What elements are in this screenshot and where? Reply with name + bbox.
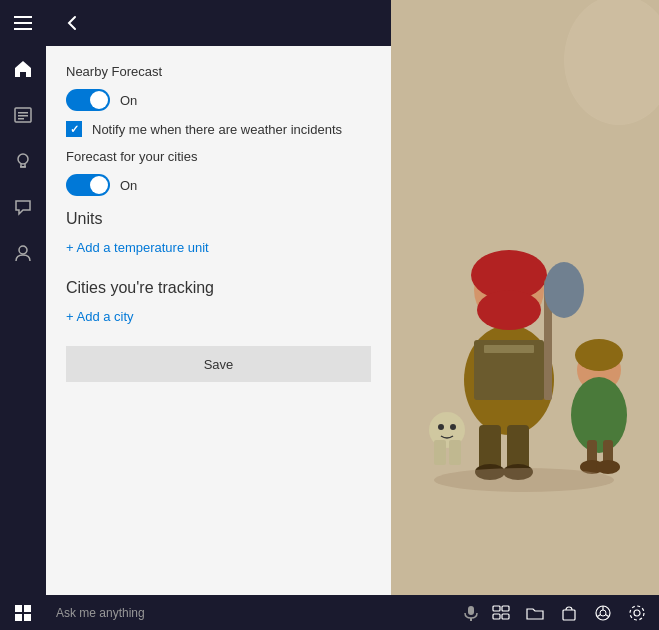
- svg-point-7: [544, 262, 584, 318]
- svg-point-53: [634, 610, 640, 616]
- svg-point-17: [438, 424, 444, 430]
- nearby-forecast-toggle-row: On: [66, 89, 371, 111]
- forecast-cities-toggle-row: On: [66, 174, 371, 196]
- menu-button[interactable]: [0, 0, 46, 46]
- nearby-forecast-toggle-thumb: [90, 91, 108, 109]
- svg-rect-37: [15, 605, 22, 612]
- svg-point-36: [19, 246, 27, 254]
- settings-button[interactable]: [621, 597, 653, 629]
- svg-point-26: [434, 468, 614, 492]
- svg-rect-31: [18, 112, 28, 114]
- svg-rect-10: [479, 425, 501, 470]
- svg-rect-44: [502, 606, 509, 611]
- panel-header: [46, 0, 391, 46]
- weather-incident-label: Notify me when there are weather inciden…: [92, 122, 342, 137]
- svg-point-18: [450, 424, 456, 430]
- svg-rect-47: [563, 610, 575, 620]
- store-button[interactable]: [553, 597, 585, 629]
- microphone-button[interactable]: [457, 599, 485, 627]
- forecast-cities-toggle-label: On: [120, 178, 137, 193]
- add-city-link[interactable]: + Add a city: [66, 309, 134, 324]
- character-illustration: [389, 0, 659, 560]
- cities-heading: Cities you're tracking: [66, 279, 371, 297]
- back-button[interactable]: [58, 8, 88, 38]
- nearby-forecast-toggle-label: On: [120, 93, 137, 108]
- svg-rect-16: [449, 440, 461, 465]
- svg-rect-35: [20, 166, 26, 168]
- svg-rect-45: [493, 614, 500, 619]
- svg-rect-27: [14, 16, 32, 18]
- svg-rect-42: [470, 618, 472, 621]
- weather-incident-checkbox[interactable]: ✓: [66, 121, 82, 137]
- taskbar-search-area[interactable]: Ask me anything: [46, 606, 457, 620]
- add-temperature-unit-link[interactable]: + Add a temperature unit: [66, 240, 209, 255]
- settings-panel: Nearby Forecast On ✓ Notify me when ther…: [46, 0, 391, 595]
- svg-point-21: [571, 377, 627, 453]
- svg-rect-41: [468, 606, 474, 615]
- svg-rect-28: [14, 22, 32, 24]
- weather-incident-checkbox-row: ✓ Notify me when there are weather incid…: [66, 121, 371, 137]
- sidebar-item-chat[interactable]: [0, 184, 46, 230]
- svg-point-20: [575, 339, 623, 371]
- svg-rect-33: [18, 118, 24, 120]
- forecast-cities-toggle-thumb: [90, 176, 108, 194]
- svg-point-54: [630, 606, 644, 620]
- checkbox-checkmark: ✓: [70, 123, 79, 136]
- svg-point-49: [600, 610, 606, 616]
- svg-rect-43: [493, 606, 500, 611]
- forecast-cities-title: Forecast for your cities: [66, 149, 371, 164]
- taskbar-right-icons: [485, 597, 659, 629]
- svg-point-34: [18, 154, 28, 164]
- sidebar-item-tips[interactable]: [0, 138, 46, 184]
- nearby-forecast-title: Nearby Forecast: [66, 64, 371, 79]
- svg-rect-40: [24, 614, 31, 621]
- units-heading: Units: [66, 210, 371, 228]
- sidebar-item-home[interactable]: [0, 46, 46, 92]
- svg-rect-9: [484, 345, 534, 353]
- chrome-button[interactable]: [587, 597, 619, 629]
- nearby-forecast-toggle[interactable]: [66, 89, 110, 111]
- save-button[interactable]: Save: [66, 346, 371, 382]
- svg-point-25: [596, 460, 620, 474]
- file-explorer-button[interactable]: [519, 597, 551, 629]
- start-button[interactable]: [0, 595, 46, 630]
- save-button-container: Save: [66, 338, 371, 390]
- svg-line-52: [606, 614, 609, 616]
- task-view-button[interactable]: [485, 597, 517, 629]
- sidebar: [0, 0, 46, 595]
- svg-line-51: [598, 614, 601, 616]
- svg-rect-11: [507, 425, 529, 470]
- svg-rect-29: [14, 28, 32, 30]
- svg-rect-39: [15, 614, 22, 621]
- sidebar-item-news[interactable]: [0, 92, 46, 138]
- svg-rect-38: [24, 605, 31, 612]
- svg-rect-46: [502, 614, 509, 619]
- taskbar: Ask me anything: [0, 595, 659, 630]
- taskbar-search-text: Ask me anything: [56, 606, 145, 620]
- panel-content[interactable]: Nearby Forecast On ✓ Notify me when ther…: [46, 46, 391, 595]
- svg-rect-15: [434, 440, 446, 465]
- forecast-cities-toggle[interactable]: [66, 174, 110, 196]
- svg-rect-32: [18, 115, 28, 117]
- svg-point-5: [477, 290, 541, 330]
- sidebar-item-profile[interactable]: [0, 230, 46, 276]
